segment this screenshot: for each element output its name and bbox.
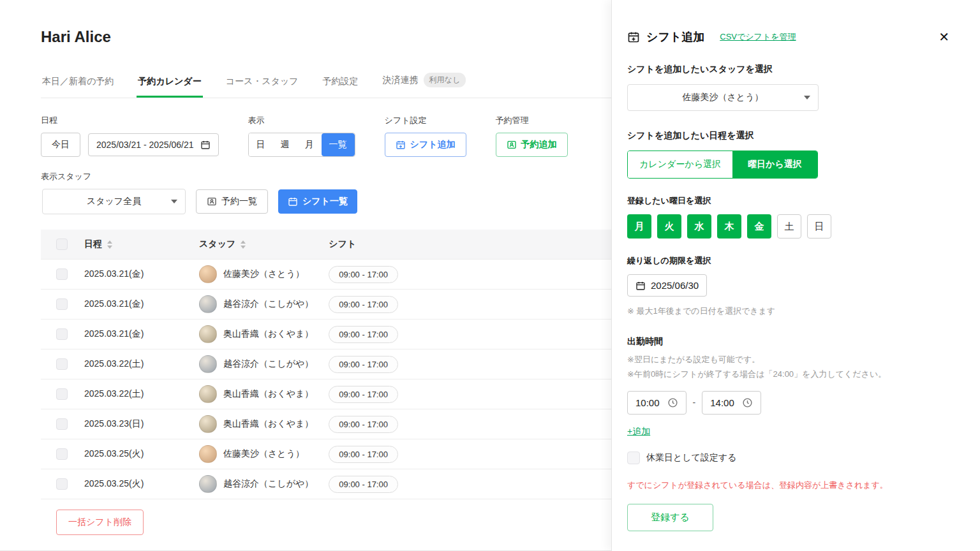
table-row[interactable]: 2025.03.25(火) 越谷涼介（こしがや） 09:00 - 17:00 [41,469,611,499]
select-all-checkbox[interactable] [56,239,68,250]
table-row[interactable]: 2025.03.25(火) 佐藤美沙（さとう） 09:00 - 17:00 [41,439,611,469]
row-checkbox[interactable] [56,388,68,400]
submit-button[interactable]: 登録する [627,504,713,531]
weekday-button[interactable]: 土 [777,214,801,239]
tab-label: 予約カレンダー [138,76,201,87]
shift-add-drawer: シフト追加 CSVでシフトを管理 ✕ シフトを追加したいスタッフを選択 佐藤美沙… [611,0,980,551]
sort-icon[interactable] [107,240,112,249]
weekday-button[interactable]: 月 [627,214,651,239]
calendar-plus-icon [396,140,406,150]
avatar [199,475,217,493]
date-range-value: 2025/03/21 - 2025/06/21 [96,140,194,150]
row-checkbox[interactable] [56,448,68,460]
holiday-label: 休業日として設定する [646,452,737,464]
page-title: Hari Alice [41,28,611,46]
bulk-shift-delete-button[interactable]: 一括シフト削除 [56,510,144,535]
weekday-button[interactable]: 金 [747,214,771,239]
row-staff-name: 佐藤美沙（さとう） [223,448,304,460]
row-date: 2025.03.21(金) [77,320,191,349]
repeat-date-input[interactable]: 2025/06/30 [627,274,707,297]
tab[interactable]: 予約カレンダー [137,76,202,98]
row-checkbox[interactable] [56,358,68,370]
close-icon[interactable]: ✕ [939,31,949,43]
shift-setting-label: シフト設定 [385,115,466,126]
row-checkbox[interactable] [56,418,68,430]
view-option-button[interactable]: 一覧 [322,133,355,156]
weekday-button[interactable]: 水 [687,214,711,239]
shift-time-pill: 09:00 - 17:00 [329,356,398,373]
time-section-label: 出勤時間 [627,336,949,348]
view-option-button[interactable]: 週 [273,133,297,156]
row-checkbox[interactable] [56,478,68,490]
tab[interactable]: 決済連携 利用なし [382,73,468,98]
row-staff-name: 奥山香織（おくやま） [223,328,313,340]
repeat-date-value: 2025/06/30 [651,280,699,291]
date-filter-group: 日程 今日 2025/03/21 - 2025/06/21 [41,115,219,157]
add-time-link[interactable]: +追加 [627,426,650,437]
shift-add-button-label: シフト追加 [410,139,456,151]
header-date[interactable]: 日程 [77,230,191,260]
start-time-value: 10:00 [635,397,660,408]
row-date: 2025.03.21(金) [77,290,191,320]
weekday-button[interactable]: 火 [657,214,681,239]
table-row[interactable]: 2025.03.22(土) 奥山香織（おくやま） 09:00 - 17:00 [41,379,611,409]
start-time-input[interactable]: 10:00 [627,391,687,415]
table-row[interactable]: 2025.03.23(日) 奥山香織（おくやま） 09:00 - 17:00 [41,409,611,439]
tab[interactable]: 本日／新着の予約 [41,76,115,98]
calendar-plus-icon [627,31,640,43]
shift-add-button[interactable]: シフト追加 [385,133,466,157]
filter-bar: 日程 今日 2025/03/21 - 2025/06/21 表示 日 週 月 一… [41,115,611,157]
weekday-button[interactable]: 木 [717,214,741,239]
holiday-checkbox[interactable] [627,452,640,464]
header-staff[interactable]: スタッフ [191,230,321,260]
avatar [199,445,217,463]
date-mode-segmented: カレンダーから選択 曜日から選択 [627,151,818,179]
tab[interactable]: コース・スタッフ [225,76,300,98]
date-filter-label: 日程 [41,115,219,126]
date-range-input[interactable]: 2025/03/21 - 2025/06/21 [88,133,219,156]
app-root: Hari Alice 本日／新着の予約 予約カレンダー コース・スタッフ 予約設… [0,0,980,551]
time-note: ※午前0時にシフトが終了する場合は「24:00」を入力してください。 [627,367,949,382]
tab-badge: 利用なし [424,73,466,87]
staff-filter-label: 表示スタッフ [41,171,611,182]
avatar [199,295,217,313]
staff-select[interactable]: スタッフ全員 [42,189,186,214]
today-button[interactable]: 今日 [41,133,80,157]
header-date-label: 日程 [84,239,102,250]
person-badge-icon [207,196,217,207]
reservation-add-button[interactable]: 予約追加 [496,133,568,157]
table-row[interactable]: 2025.03.21(金) 佐藤美沙（さとう） 09:00 - 17:00 [41,260,611,290]
reservation-list-button[interactable]: 予約一覧 [196,189,268,214]
table-row[interactable]: 2025.03.21(金) 奥山香織（おくやま） 09:00 - 17:00 [41,320,611,349]
table-row[interactable]: 2025.03.22(土) 越谷涼介（こしがや） 09:00 - 17:00 [41,349,611,379]
row-checkbox[interactable] [56,298,68,310]
shift-list-button[interactable]: シフト一覧 [278,189,357,214]
drawer-header: シフト追加 CSVでシフトを管理 ✕ [627,29,949,45]
time-note: ※翌日にまたがる設定も可能です。 [627,353,949,367]
staff-section-label: シフトを追加したいスタッフを選択 [627,64,949,75]
mode-weekday-button[interactable]: 曜日から選択 [732,151,817,178]
drawer-staff-select[interactable]: 佐藤美沙（さとう） [627,84,819,111]
weekday-button[interactable]: 日 [807,214,831,239]
shift-time-pill: 09:00 - 17:00 [329,416,398,433]
reservation-label: 予約管理 [496,115,568,126]
overwrite-warning: すでにシフトが登録されている場合は、登録内容が上書きされます。 [627,480,949,491]
shift-list-button-label: シフト一覧 [302,196,348,207]
avatar [199,325,217,343]
table-row[interactable]: 2025.03.21(金) 越谷涼介（こしがや） 09:00 - 17:00 [41,290,611,320]
mode-calendar-button[interactable]: カレンダーから選択 [628,151,732,178]
row-date: 2025.03.25(火) [77,469,191,499]
drawer-title: シフト追加 [646,29,704,45]
row-checkbox[interactable] [56,268,68,280]
tab[interactable]: 予約設定 [322,76,360,98]
csv-manage-link[interactable]: CSVでシフトを管理 [720,31,796,43]
view-option-button[interactable]: 日 [249,133,273,156]
row-checkbox[interactable] [56,328,68,340]
shift-time-pill: 09:00 - 17:00 [329,476,398,493]
end-time-input[interactable]: 14:00 [702,391,761,415]
row-date: 2025.03.21(金) [77,260,191,290]
clock-icon [742,397,753,408]
view-option-button[interactable]: 月 [297,133,322,156]
sort-icon[interactable] [241,240,246,249]
tab-bar: 本日／新着の予約 予約カレンダー コース・スタッフ 予約設定 決済連携 利用なし [41,73,611,98]
